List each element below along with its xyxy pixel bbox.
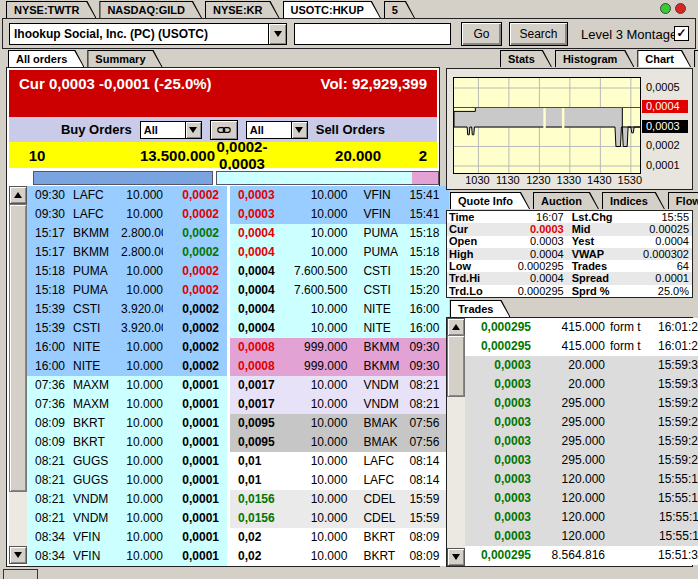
symbol-search-input[interactable]: [294, 23, 451, 45]
chevron-down-icon[interactable]: [268, 24, 286, 44]
ask-side: 0,001710.000VNDM08:21: [230, 395, 449, 414]
order-row[interactable]: 08:09BKRT10.0000,00010,009510.000BMAK07:…: [27, 433, 449, 452]
scroll-up-button[interactable]: [447, 318, 465, 336]
sell-filter-select[interactable]: All: [246, 121, 308, 139]
bid-price: 0,0002: [163, 205, 227, 224]
trade-row[interactable]: 0,000295415.000form t16:01:26: [465, 337, 698, 356]
go-button[interactable]: Go: [461, 22, 502, 46]
ask-side: 0,000410.000PUMA15:18: [230, 224, 449, 243]
order-row[interactable]: 08:34VFIN10.0000,00010,0210.000BKRT08:09: [27, 528, 449, 547]
trade-row[interactable]: 0,0003295.00015:59:28: [465, 394, 698, 413]
order-row[interactable]: 16:00NITE10.0000,00020,0008999.000BKMM09…: [27, 338, 449, 357]
quote-tab-indices[interactable]: Indices: [602, 192, 665, 209]
order-row[interactable]: 08:21GUGS10.0000,00010,0110.000LAFC08:14: [27, 471, 449, 490]
view-tab-summary[interactable]: Summary: [87, 50, 162, 67]
bid-side: 08:21GUGS10.0000,0001: [27, 471, 227, 490]
y-tick-0-0003: 0,0003: [642, 120, 688, 133]
order-row[interactable]: 16:00NITE10.0000,00020,0008999.000BKMM09…: [27, 357, 449, 376]
order-row[interactable]: 09:30LAFC10.0000,00020,000310.000VFIN15:…: [27, 186, 449, 205]
view-tab-all-orders[interactable]: All orders: [8, 50, 84, 67]
bid-mm: MAXM: [73, 395, 121, 414]
trade-note: [605, 508, 658, 527]
trade-row[interactable]: 0,000295415.000form t16:01:26: [465, 318, 698, 337]
scrollbar-thumb[interactable]: [447, 335, 465, 397]
symbol-tab-nyse-twtr[interactable]: NYSE:TWTR: [6, 1, 96, 18]
order-row[interactable]: 07:36MAXM10.0000,00010,001710.000VNDM08:…: [27, 395, 449, 414]
symbol-tab-nasdaq-gild-label: NASDAQ:GILD: [100, 2, 201, 18]
chevron-down-icon[interactable]: [291, 122, 307, 138]
scroll-down-button[interactable]: [9, 546, 27, 564]
quote-tab-flow[interactable]: Flow: [668, 192, 698, 209]
trade-row[interactable]: 0,0003295.00015:59:26: [465, 451, 698, 470]
trade-price: 0,0003: [465, 489, 531, 508]
trade-price: 0,0003: [465, 356, 531, 375]
chart-tab-histogram[interactable]: Histogram: [555, 50, 634, 67]
trade-price: 0,000295: [465, 546, 531, 565]
order-row[interactable]: 15:17BKMM2.800.0000,00020,000410.000PUMA…: [27, 243, 449, 262]
bid-side: 15:39CSTI3.920.0000,0002: [27, 300, 227, 319]
trade-row[interactable]: 0,0003295.00015:59:28: [465, 413, 698, 432]
chart-tab-stats[interactable]: Stats: [500, 50, 552, 67]
order-row[interactable]: 07:36MAXM10.0000,00010,001710.000VNDM08:…: [27, 376, 449, 395]
trade-row[interactable]: 0,0003120.00015:55:11: [465, 508, 698, 527]
search-button[interactable]: Search: [509, 22, 568, 46]
buy-filter-select[interactable]: All: [140, 121, 202, 139]
trade-row[interactable]: 0,0003120.00015:55:13: [465, 470, 698, 489]
trade-row[interactable]: 0,000320.00015:59:36: [465, 356, 698, 375]
bid-side: 09:30LAFC10.0000,0002: [27, 186, 227, 205]
panel-tab-trades[interactable]: Trades: [450, 300, 510, 317]
trade-row[interactable]: 0,0003120.00015:55:11: [465, 527, 698, 546]
bid-price: 0,0001: [163, 376, 227, 395]
order-row[interactable]: 15:39CSTI3.920.0000,00020,000410.000NITE…: [27, 319, 449, 338]
bid-price: 0,0002: [163, 338, 227, 357]
symbol-tab-5[interactable]: 5: [384, 1, 415, 18]
trade-row[interactable]: 0,0003295.00015:59:26: [465, 432, 698, 451]
trade-note: [605, 546, 658, 565]
red-status-light-icon: [675, 3, 686, 14]
bid-mm: VNDM: [73, 509, 121, 528]
ask-time: 15:41: [409, 205, 449, 224]
order-row[interactable]: 08:21GUGS10.0000,00010,0110.000LAFC08:14: [27, 452, 449, 471]
order-row[interactable]: 15:17BKMM2.800.0000,00020,000410.000PUMA…: [27, 224, 449, 243]
scroll-down-button[interactable]: [447, 548, 465, 566]
quote-value: 16:07: [495, 211, 564, 223]
order-row[interactable]: 08:21VNDM10.0000,00010,015610.000CDEL15:…: [27, 490, 449, 509]
symbol-tab-nasdaq-gild[interactable]: NASDAQ:GILD: [99, 1, 202, 18]
order-row[interactable]: 08:09BKRT10.0000,00010,009510.000BMAK07:…: [27, 414, 449, 433]
order-row[interactable]: 08:21VNDM10.0000,00010,015610.000CDEL15:…: [27, 509, 449, 528]
order-row[interactable]: 15:18PUMA10.0000,00020,00047.600.500CSTI…: [27, 262, 449, 281]
trade-row[interactable]: 0,000320.00015:59:36: [465, 375, 698, 394]
order-row[interactable]: 15:18PUMA10.0000,00020,00047.600.500CSTI…: [27, 281, 449, 300]
ask-mm: VNDM: [357, 395, 409, 414]
quote-tab-auction[interactable]: Auction: [533, 192, 599, 209]
symbol-combobox[interactable]: lhookup Social, Inc. (PC) (USOTC): [9, 23, 287, 45]
chart-tab-chart[interactable]: Chart: [637, 50, 691, 67]
trade-price: 0,0003: [465, 432, 531, 451]
ask-mm: CSTI: [357, 281, 409, 300]
ask-time: 15:41: [409, 186, 449, 205]
symbol-tab-nyse-kr[interactable]: NYSE:KR: [205, 1, 280, 18]
bid-time: 16:00: [27, 357, 73, 376]
quote-row: Open0.0003Yest0.0004: [447, 236, 692, 248]
intraday-chart[interactable]: [453, 77, 641, 174]
trade-time: 15:55:13: [658, 470, 698, 489]
trade-row[interactable]: 0,0003120.00015:55:13: [465, 489, 698, 508]
order-row[interactable]: 15:39CSTI3.920.0000,00020,000410.000NITE…: [27, 300, 449, 319]
trade-time: 15:55:11: [658, 527, 698, 546]
x-tick-1130: 1130: [493, 174, 523, 186]
chart-tab-tickscope[interactable]: TickScope: [694, 50, 698, 67]
quote-tab-quote-info[interactable]: Quote Info: [450, 192, 530, 209]
trade-price: 0,0003: [465, 508, 531, 527]
trade-row[interactable]: 0,0002958.564.81615:51:34: [465, 546, 698, 565]
symbol-tab-usotc-hkup[interactable]: USOTC:HKUP: [283, 1, 381, 18]
trades-scrollbar[interactable]: [447, 318, 465, 566]
scrollbar-thumb[interactable]: [9, 204, 27, 492]
bid-price: 0,0001: [163, 547, 227, 566]
order-row[interactable]: 08:34VFIN10.0000,00010,0210.000BKRT08:09: [27, 547, 449, 566]
chevron-down-icon[interactable]: [185, 122, 201, 138]
order-row[interactable]: 09:30LAFC10.0000,00020,000310.000VFIN15:…: [27, 205, 449, 224]
scroll-up-button[interactable]: [9, 186, 27, 204]
orders-scrollbar[interactable]: [9, 186, 27, 564]
link-filters-button[interactable]: [210, 120, 238, 140]
level3-montage-checkbox[interactable]: ✓: [674, 26, 689, 41]
